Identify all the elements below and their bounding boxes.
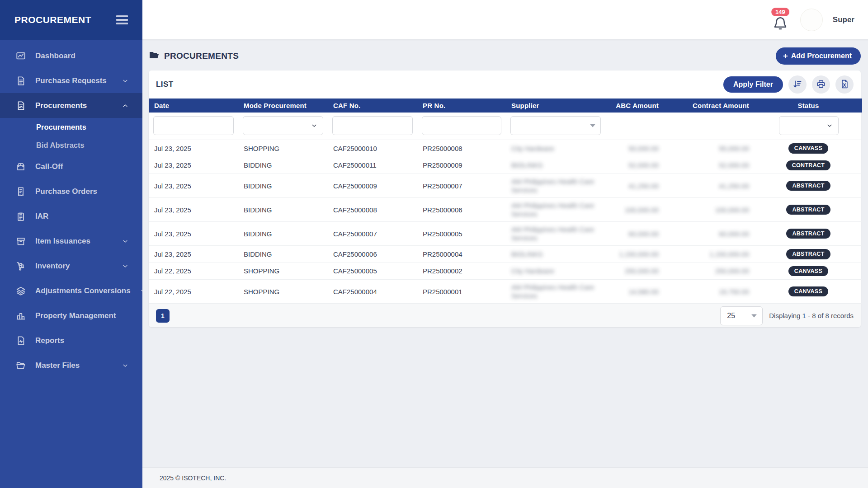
filter-status-select[interactable] [779, 116, 839, 135]
add-procurement-button[interactable]: + Add Procurement [776, 47, 861, 65]
dashboard-icon [15, 51, 26, 61]
page-size-select[interactable]: 25 [720, 306, 763, 325]
filter-pr-input[interactable] [422, 116, 501, 135]
column-header-contract-amount[interactable]: Contract Amount [664, 99, 755, 113]
filter-date-input[interactable] [153, 116, 234, 135]
sidebar-item-property-management[interactable]: Property Management [0, 303, 142, 328]
cell-abc-amount: 52,000.00 [605, 157, 664, 174]
filter-supplier-select[interactable] [510, 116, 601, 135]
status-badge: CONTRACT [786, 160, 831, 171]
cell-contract-amount: 1,150,000.00 [664, 246, 755, 263]
table-row[interactable]: Jul 23, 2025BIDDINGCAF25000007PR25000005… [149, 222, 862, 246]
table-row[interactable]: Jul 23, 2025BIDDINGCAF25000009PR25000007… [149, 174, 862, 198]
cell-date: Jul 23, 2025 [149, 198, 238, 222]
cell-status: CANVASS [755, 140, 862, 157]
apply-filter-button[interactable]: Apply Filter [723, 76, 783, 93]
cell-mode: SHOPPING [238, 280, 328, 304]
column-header-status[interactable]: Status [755, 99, 862, 113]
sidebar-item-purchase-requests[interactable]: Purchase Requests [0, 68, 142, 93]
purchase-requests-icon [15, 75, 26, 86]
plus-icon: + [783, 52, 788, 60]
notifications-button[interactable]: 149 [770, 9, 790, 33]
filter-caf-input[interactable] [332, 116, 413, 135]
sidebar-subitem-bid-abstracts[interactable]: Bid Abstracts [0, 136, 142, 154]
sidebar-item-procurements[interactable]: Procurements [0, 93, 142, 118]
avatar[interactable] [800, 9, 823, 31]
cell-caf-no: CAF25000008 [328, 198, 417, 222]
pagination-summary: Displaying 1 - 8 of 8 records [769, 312, 854, 319]
status-badge: ABSTRACT [786, 229, 830, 239]
column-header-caf-no[interactable]: CAF No. [328, 99, 417, 113]
chevron-down-icon [122, 362, 129, 369]
table-row[interactable]: Jul 23, 2025SHOPPINGCAF25000010PR2500000… [149, 140, 862, 157]
filter-mode-select[interactable] [243, 116, 323, 135]
cell-abc-amount: 60,000.00 [605, 222, 664, 246]
column-header-abc-amount[interactable]: ABC Amount [605, 99, 664, 113]
page-size-value: 25 [727, 312, 735, 320]
cell-pr-no: PR25000001 [417, 280, 506, 304]
table-row[interactable]: Jul 22, 2025SHOPPINGCAF25000005PR2500000… [149, 263, 862, 280]
cell-abc-amount: 100,000.00 [605, 198, 664, 222]
list-actions: Apply Filter [723, 75, 854, 94]
cell-pr-no: PR25000002 [417, 263, 506, 280]
cell-caf-no: CAF25000010 [328, 140, 417, 157]
column-header-supplier[interactable]: Supplier [506, 99, 605, 113]
amount-redacted-text: 52,000.00 [719, 161, 749, 169]
cell-date: Jul 23, 2025 [149, 157, 238, 174]
sidebar-item-inventory[interactable]: Inventory [0, 253, 142, 278]
amount-redacted-text: 250,000.00 [625, 267, 659, 275]
sort-button[interactable] [788, 75, 807, 94]
sidebar-item-call-off[interactable]: Call-Off [0, 154, 142, 179]
sidebar-item-master-files[interactable]: Master Files [0, 353, 142, 378]
export-excel-button[interactable] [835, 75, 854, 94]
supplier-redacted-text: AM Philippines Health Care Services [511, 177, 600, 194]
table-row[interactable]: Jul 23, 2025BIDDINGCAF25000006PR25000004… [149, 246, 862, 263]
cell-abc-amount: 1,150,000.00 [605, 246, 664, 263]
sidebar-item-label: Purchase Orders [35, 187, 129, 196]
main-area: 149 Super [142, 0, 868, 488]
table-row[interactable]: Jul 22, 2025SHOPPINGCAF25000004PR2500000… [149, 280, 862, 304]
sidebar-item-item-issuances[interactable]: Item Issuances [0, 229, 142, 253]
username[interactable]: Super [833, 15, 854, 24]
cell-pr-no: PR25000005 [417, 222, 506, 246]
sidebar-item-iar[interactable]: IAR [0, 204, 142, 229]
chevron-down-icon [122, 263, 129, 270]
procurements-table: DateMode ProcurementCAF No.PR No.Supplie… [149, 99, 862, 304]
column-header-mode-procurement[interactable]: Mode Procurement [238, 99, 328, 113]
chevron-down-icon [122, 77, 129, 84]
table-row[interactable]: Jul 23, 2025BIDDINGCAF25000008PR25000006… [149, 198, 862, 222]
amount-redacted-text: 14,580.00 [628, 288, 659, 296]
property-management-icon [15, 310, 26, 321]
adjustments-conversions-icon [15, 286, 26, 296]
page-1-button[interactable]: 1 [156, 309, 170, 323]
content: PROCUREMENTS + Add Procurement LIST Appl… [142, 40, 868, 467]
supplier-redacted-text: BIOLINKS [511, 250, 542, 258]
sidebar-item-reports[interactable]: Reports [0, 328, 142, 353]
dropdown-triangle-icon [751, 314, 757, 317]
sidebar-item-purchase-orders[interactable]: Purchase Orders [0, 179, 142, 204]
master-files-icon [15, 360, 26, 371]
sidebar-subitem-procurements[interactable]: Procurements [0, 118, 142, 136]
cell-abc-amount: 250,000.00 [605, 263, 664, 280]
sidebar-item-adjustments-conversions[interactable]: Adjustments Conversions [0, 278, 142, 303]
amount-redacted-text: 250,000.00 [715, 267, 749, 275]
reports-icon [15, 335, 26, 346]
cell-caf-no: CAF25000005 [328, 263, 417, 280]
chevron-down-icon [140, 287, 142, 295]
print-button[interactable] [812, 75, 830, 94]
column-header-date[interactable]: Date [149, 99, 238, 113]
cell-supplier: City Hardware [506, 263, 605, 280]
cell-pr-no: PR25000009 [417, 157, 506, 174]
sidebar: PROCUREMENT DashboardPurchase RequestsPr… [0, 0, 142, 488]
table-row[interactable]: Jul 23, 2025BIDDINGCAF25000011PR25000009… [149, 157, 862, 174]
status-badge: ABSTRACT [786, 181, 830, 191]
app-brand: PROCUREMENT [14, 14, 91, 25]
cell-contract-amount: 55,000.00 [664, 140, 755, 157]
sidebar-item-label: Inventory [35, 262, 113, 271]
cell-supplier: AM Philippines Health Care Services [506, 222, 605, 246]
column-header-pr-no[interactable]: PR No. [417, 99, 506, 113]
sidebar-item-dashboard[interactable]: Dashboard [0, 43, 142, 68]
sidebar-header: PROCUREMENT [0, 0, 142, 40]
amount-redacted-text: 19,750.00 [719, 288, 749, 296]
menu-toggle-icon[interactable] [114, 14, 130, 26]
